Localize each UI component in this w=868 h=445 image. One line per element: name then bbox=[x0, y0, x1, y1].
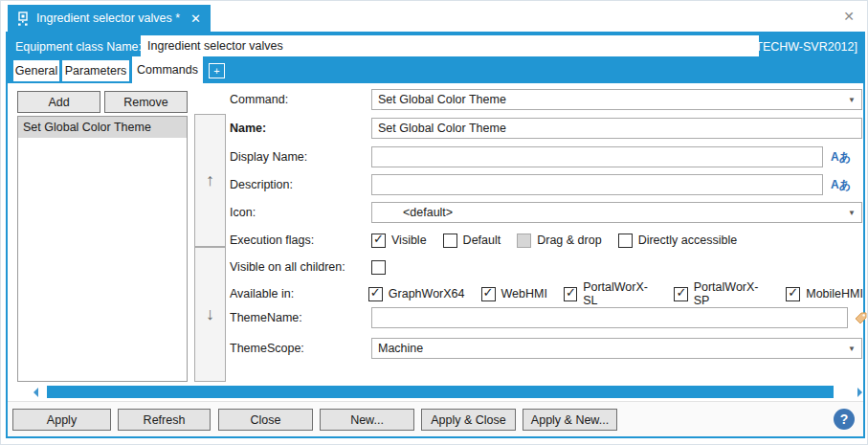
checkbox-box[interactable] bbox=[371, 260, 386, 275]
equipment-class-editor-window: Ingredient selector valves * ✕ ✕ Equipme… bbox=[0, 0, 868, 445]
equipment-class-name-input[interactable] bbox=[141, 35, 759, 56]
chevron-down-icon: ▼ bbox=[848, 96, 856, 104]
icon-label: Icon: bbox=[230, 206, 371, 219]
checkbox-box[interactable] bbox=[481, 287, 496, 301]
equipment-class-icon bbox=[15, 11, 30, 26]
checkbox-box[interactable] bbox=[674, 287, 687, 301]
checkbox-box[interactable] bbox=[371, 234, 386, 248]
move-up-button[interactable]: ↑ bbox=[194, 114, 226, 247]
command-value: Set Global Color Theme bbox=[378, 93, 506, 106]
theme-name-label: ThemeName: bbox=[230, 311, 371, 324]
server-badge: [TECHW-SVR2012] bbox=[752, 40, 857, 54]
command-dropdown[interactable]: Set Global Color Theme ▼ bbox=[371, 89, 862, 110]
checkbox-portalworx-sl[interactable]: PortalWorX-SL bbox=[564, 280, 658, 307]
up-arrow-icon: ↑ bbox=[206, 170, 214, 190]
checkbox-drag-and-drop[interactable]: Drag & drop bbox=[517, 234, 601, 248]
scroll-left-icon[interactable] bbox=[33, 388, 38, 397]
chevron-down-icon: ▼ bbox=[848, 209, 856, 217]
dialog-header: Equipment class Name: [TECHW-SVR2012] Ge… bbox=[8, 32, 863, 83]
checkbox-default[interactable]: Default bbox=[443, 234, 501, 248]
document-tab[interactable]: Ingredient selector valves * ✕ bbox=[8, 5, 211, 32]
command-list[interactable]: Set Global Color Theme bbox=[17, 116, 188, 382]
tab-add-button[interactable]: + bbox=[209, 63, 225, 78]
horizontal-scrollbar[interactable] bbox=[32, 386, 862, 399]
description-input[interactable] bbox=[371, 174, 823, 195]
name-input[interactable]: Set Global Color Theme bbox=[371, 118, 862, 139]
command-label: Command: bbox=[230, 93, 371, 106]
checkbox-graphworx64[interactable]: GraphWorX64 bbox=[368, 287, 465, 301]
dialog-frame: Equipment class Name: [TECHW-SVR2012] Ge… bbox=[6, 32, 865, 438]
apply-button[interactable]: Apply bbox=[12, 409, 111, 431]
footer-bar: Apply Refresh Close New... Apply & Close… bbox=[8, 401, 863, 436]
checkbox-box[interactable] bbox=[618, 234, 633, 248]
name-value: Set Global Color Theme bbox=[378, 122, 506, 135]
theme-name-input[interactable] bbox=[371, 307, 848, 328]
icon-dropdown[interactable]: <default> ▼ bbox=[371, 202, 862, 223]
tab-commands[interactable]: Commands bbox=[132, 56, 203, 83]
icon-value: <default> bbox=[403, 206, 453, 219]
available-in-label: Available in: bbox=[230, 287, 368, 300]
move-down-button[interactable]: ↓ bbox=[194, 247, 226, 382]
down-arrow-icon: ↓ bbox=[206, 304, 214, 324]
checkbox-box[interactable] bbox=[564, 287, 577, 301]
close-button[interactable]: Close bbox=[218, 409, 313, 431]
name-label: Name: bbox=[230, 122, 371, 135]
help-button[interactable]: ? bbox=[834, 409, 855, 430]
theme-scope-dropdown[interactable]: Machine ▼ bbox=[371, 338, 862, 359]
checkbox-mobilehmi[interactable]: MobileHMI bbox=[786, 287, 863, 301]
window-close-icon[interactable]: ✕ bbox=[841, 9, 857, 24]
document-tab-close-icon[interactable]: ✕ bbox=[190, 11, 201, 26]
checkbox-visible-on-all-children[interactable] bbox=[371, 260, 386, 275]
tag-icon[interactable] bbox=[854, 311, 868, 325]
equipment-class-name-label: Equipment class Name: bbox=[15, 40, 142, 54]
scrollbar-thumb[interactable] bbox=[47, 386, 834, 398]
chevron-down-icon: ▼ bbox=[848, 345, 856, 353]
add-button[interactable]: Add bbox=[17, 91, 100, 113]
checkbox-box[interactable] bbox=[368, 287, 383, 301]
display-name-input[interactable] bbox=[371, 146, 823, 167]
display-name-label: Display Name: bbox=[230, 150, 371, 164]
localization-icon[interactable]: Aあ bbox=[831, 149, 851, 166]
scroll-right-icon[interactable] bbox=[857, 388, 862, 397]
checkbox-box[interactable] bbox=[443, 234, 457, 248]
apply-and-new-button[interactable]: Apply & New... bbox=[523, 409, 617, 431]
checkbox-box[interactable] bbox=[786, 287, 800, 301]
description-label: Description: bbox=[230, 178, 371, 191]
remove-button[interactable]: Remove bbox=[104, 91, 188, 113]
checkbox-portalworx-sp[interactable]: PortalWorX-SP bbox=[674, 280, 769, 307]
tab-parameters[interactable]: Parameters bbox=[62, 60, 129, 81]
tab-general[interactable]: General bbox=[13, 60, 59, 81]
list-item[interactable]: Set Global Color Theme bbox=[18, 117, 187, 138]
theme-scope-value: Machine bbox=[378, 342, 423, 355]
checkbox-visible[interactable]: Visible bbox=[371, 234, 427, 248]
visible-on-all-children-label: Visible on all children: bbox=[230, 260, 371, 274]
checkbox-webhmi[interactable]: WebHMI bbox=[481, 287, 547, 301]
execution-flags-label: Execution flags: bbox=[230, 234, 371, 247]
apply-and-close-button[interactable]: Apply & Close bbox=[421, 409, 516, 431]
localization-icon[interactable]: Aあ bbox=[831, 177, 851, 193]
checkbox-box[interactable] bbox=[517, 234, 531, 248]
theme-scope-label: ThemeScope: bbox=[230, 342, 371, 355]
refresh-button[interactable]: Refresh bbox=[118, 409, 211, 431]
new-button[interactable]: New... bbox=[320, 409, 414, 431]
checkbox-directly-accessible[interactable]: Directly accessible bbox=[618, 234, 738, 248]
document-tab-title: Ingredient selector valves * bbox=[36, 11, 180, 25]
